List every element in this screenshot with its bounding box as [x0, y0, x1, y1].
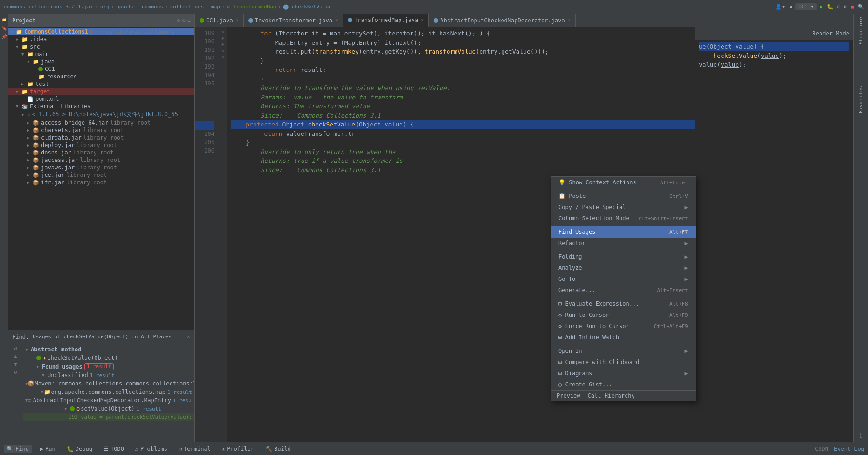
- tree-jar-1[interactable]: ▶ 📦 access-bridge-64.jar library root: [8, 119, 194, 126]
- tree-root[interactable]: ▼ 📁 CommonsCollections1 D:\notes\java\pr…: [8, 28, 194, 35]
- vcs-icon[interactable]: 👤▾: [775, 4, 785, 10]
- search-icon[interactable]: 🔍: [858, 4, 864, 10]
- tree-jar-5[interactable]: ▶ 📦 dnsns.jar library root: [8, 149, 194, 156]
- find-tab-btn[interactable]: 🔍 Find: [4, 445, 32, 453]
- find-unclassified[interactable]: ▼ Unclassified 1 result: [23, 371, 194, 379]
- event-log-label[interactable]: Event Log: [834, 446, 864, 452]
- call-hierarchy-btn[interactable]: Call Hierarchy: [588, 392, 635, 399]
- find-org-path[interactable]: ▼ 📁 org.apache.commons.collections.map 1…: [23, 388, 194, 396]
- breadcrumb-jar[interactable]: commons-collections-3.2.1.jar: [4, 4, 93, 10]
- tab-invoker-close[interactable]: ×: [335, 18, 338, 23]
- find-found-usages[interactable]: ▼ Found usages 1 result: [23, 362, 194, 371]
- csdn-label: CSDN: [815, 446, 828, 452]
- menu-show-context[interactable]: 💡 Show Context Actions Alt+Enter: [551, 177, 696, 188]
- tab-cc1-label: CC1.java: [206, 17, 233, 24]
- run-icon[interactable]: ▶: [820, 4, 824, 10]
- find-refresh-icon[interactable]: ↺: [14, 345, 17, 351]
- tab-cc1-close[interactable]: ×: [236, 18, 239, 23]
- tree-jar-7[interactable]: ▶ 📦 javaws.jar library root: [8, 164, 194, 171]
- debug-icon[interactable]: 🐛: [827, 4, 834, 10]
- scope-icon[interactable]: ⊕: [177, 17, 180, 24]
- left-icon-1[interactable]: 📁: [0, 16, 8, 23]
- profile-icon[interactable]: ⊞: [844, 4, 847, 10]
- tree-jar-6[interactable]: ▶ 📦 jaccess.jar library root: [8, 156, 194, 164]
- tree-main[interactable]: ▼ 📁 main: [8, 50, 194, 58]
- menu-refactor[interactable]: Refactor ▶: [551, 238, 696, 249]
- tree-pom[interactable]: 📄 pom.xml: [8, 95, 194, 103]
- find-abstract-method[interactable]: ▼ Abstract method: [23, 345, 194, 354]
- build-tab-btn[interactable]: 🔨 Build: [262, 445, 294, 453]
- tree-resources[interactable]: 📁 resources: [8, 73, 194, 80]
- menu-open-in[interactable]: Open In ▶: [551, 345, 696, 357]
- menu-compare-clipboard[interactable]: ⊡ Compare with Clipboard: [551, 357, 696, 368]
- menu-force-run[interactable]: ⚙ Force Run to Cursor Ctrl+Alt+F9: [551, 321, 696, 332]
- menu-create-gist[interactable]: ○ Create Gist...: [551, 379, 696, 390]
- menu-run-to-cursor[interactable]: ⚙ Run to Cursor Alt+F9: [551, 309, 696, 321]
- tab-transformed-close[interactable]: ×: [421, 17, 424, 22]
- tree-jar-4[interactable]: ▶ 📦 deploy.jar library root: [8, 141, 194, 149]
- tab-invoker-icon: [248, 18, 253, 23]
- favorites-btn[interactable]: Favorites: [857, 85, 865, 115]
- tree-jdk[interactable]: ▼ ☕ < 1.8.65 > D:\notes\java\jdk文件\jdk1.…: [8, 110, 194, 119]
- tree-jar-9[interactable]: ▶ 📦 ifr.jar library root: [8, 179, 194, 186]
- tab-abstract-close[interactable]: ×: [568, 18, 571, 23]
- coverage-icon[interactable]: ⊡: [837, 4, 840, 10]
- find-close[interactable]: ×: [187, 334, 190, 340]
- gear-icon[interactable]: ≡: [187, 17, 191, 24]
- find-class-item[interactable]: ▼ α AbstractInputCheckedMapDecorator.Map…: [23, 396, 194, 405]
- terminal-icon: ⊡: [179, 446, 182, 452]
- preview-btn[interactable]: Preview: [557, 392, 580, 399]
- find-up-icon[interactable]: ▲: [14, 353, 17, 359]
- secondary-code-area[interactable]: ue(Object value) { heckSetValue(value); …: [695, 40, 853, 71]
- find-method-item[interactable]: ✦ checkSetValue(Object): [23, 354, 194, 362]
- find-tree: ▼ Abstract method ✦ checkSetValue(Object…: [23, 343, 194, 442]
- tree-idea[interactable]: ▶ 📁 .idea: [8, 35, 194, 43]
- terminal-tab-btn[interactable]: ⊡ Terminal: [176, 445, 214, 453]
- menu-folding[interactable]: Folding ▶: [551, 251, 696, 262]
- tab-invoker[interactable]: InvokerTransformer.java ×: [244, 14, 343, 27]
- tree-test[interactable]: ▶ 📁 test: [8, 80, 194, 88]
- info-btn[interactable]: ℹ: [859, 431, 863, 440]
- tab-abstract[interactable]: AbstractInputCheckedMapDecorator.java ×: [429, 14, 575, 27]
- tab-cc1[interactable]: CC1.java ×: [195, 14, 244, 27]
- stop-icon[interactable]: ■: [851, 4, 854, 10]
- menu-column-selection[interactable]: Column Selection Mode Alt+Shift+Insert: [551, 213, 696, 224]
- tree-cc1[interactable]: CC1: [8, 65, 194, 73]
- menu-add-inline-watch[interactable]: ⊞ Add Inline Watch: [551, 332, 696, 343]
- tree-ext-libs[interactable]: ▼ 📚 External Libraries: [8, 103, 194, 110]
- menu-goto[interactable]: Go To ▶: [551, 273, 696, 285]
- cc1-badge[interactable]: CC1 ▾: [795, 3, 816, 10]
- find-filter-icon[interactable]: ⚙: [14, 369, 17, 375]
- tab-transformed[interactable]: TransformedMap.java ×: [343, 14, 429, 27]
- find-setvalue-method[interactable]: ▼ o setValue(Object) 1 result: [23, 405, 194, 413]
- menu-paste[interactable]: 📋 Paste Ctrl+V: [551, 190, 696, 202]
- tree-target[interactable]: ▶ 📁 target: [8, 88, 194, 95]
- find-down-icon[interactable]: ▼: [14, 361, 17, 367]
- tree-jar-2[interactable]: ▶ 📦 charsets.jar library root: [8, 126, 194, 134]
- menu-find-usages[interactable]: Find Usages Alt+F7: [551, 226, 696, 238]
- menu-generate[interactable]: Generate... Alt+Insert: [551, 285, 696, 296]
- tree-jar-8[interactable]: ▶ 📦 jce.jar library root: [8, 171, 194, 179]
- todo-tab-btn[interactable]: ☰ TODO: [101, 445, 127, 453]
- left-icon-3[interactable]: 📌: [0, 33, 8, 40]
- run-tab-btn[interactable]: ▶ Run: [37, 445, 58, 453]
- problems-tab-btn[interactable]: ⚠ Problems: [132, 445, 170, 453]
- left-icon-2[interactable]: 🔖: [0, 24, 8, 32]
- find-code-line[interactable]: 192 value = parent.checkSetValue(value);: [23, 413, 194, 421]
- menu-analyze[interactable]: Analyze ▶: [551, 262, 696, 273]
- find-maven[interactable]: ▼ 📦 Maven: commons-collections:commons-c…: [23, 379, 194, 388]
- menu-evaluate[interactable]: ⊞ Evaluate Expression... Alt+F8: [551, 298, 696, 309]
- structure-btn[interactable]: Structure: [857, 16, 865, 46]
- menu-diagrams[interactable]: ⊡ Diagrams ▶: [551, 368, 696, 379]
- menu-sep-4: [551, 297, 696, 297]
- tree-src[interactable]: ▼ 📁 src: [8, 43, 194, 50]
- settings-icon[interactable]: ⚙: [182, 17, 186, 24]
- tree-jar-3[interactable]: ▶ 📦 cldrdata.jar library root: [8, 134, 194, 141]
- menu-copy-paste-special[interactable]: Copy / Paste Special ▶: [551, 202, 696, 213]
- secondary-reader-mode[interactable]: Reader Mode: [813, 30, 849, 37]
- back-icon[interactable]: ◀: [789, 4, 792, 10]
- tree-java[interactable]: ▼ 📁 java: [8, 58, 194, 65]
- profiler-tab-btn[interactable]: ⊞ Profiler: [219, 445, 257, 453]
- right-status-bar: CSDN Event Log: [815, 446, 864, 452]
- debug-tab-btn[interactable]: 🐛 Debug: [64, 445, 95, 453]
